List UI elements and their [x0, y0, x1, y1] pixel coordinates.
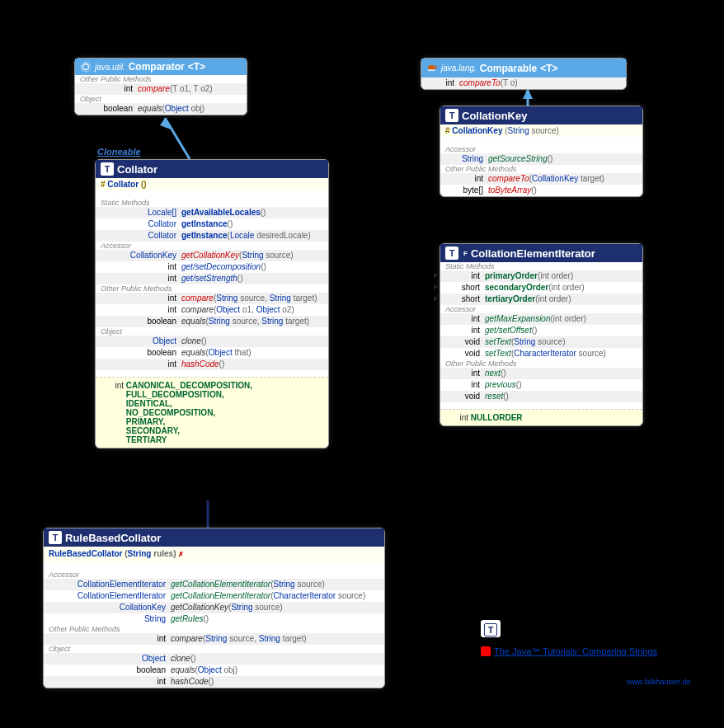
params: (int order) — [535, 294, 571, 305]
method-row: intcompare(String source, String target) — [44, 633, 384, 645]
comparator-name: Comparator — [129, 61, 185, 73]
section-label: Other Public Methods — [440, 359, 642, 368]
collator-name: Collator — [117, 163, 157, 176]
return-type: CollationElementIterator — [49, 590, 171, 602]
method-row: Locale[]getAvailableLocales() — [96, 207, 328, 218]
method-name: get/setOffset — [485, 325, 532, 336]
section-label: Accessor — [96, 242, 328, 250]
method-row: Objectclone() — [44, 653, 384, 665]
params: () — [261, 261, 266, 273]
method-name: compare — [138, 83, 170, 95]
method-name: equals — [138, 103, 162, 115]
params: (String source) — [511, 336, 566, 348]
svg-line-0 — [165, 118, 190, 159]
return-type: short — [445, 282, 485, 294]
method-row: intcompareTo(CollationKey target) — [440, 173, 642, 185]
box-comparator: java.util. Comparator <T> Other Public M… — [74, 58, 247, 115]
method-row: CollationElementIteratorgetCollationElem… — [44, 590, 384, 602]
params: (Object obj) — [162, 103, 205, 115]
method-name: getInstance — [181, 230, 228, 242]
method-name: getCollationKey — [171, 602, 228, 613]
method-name: compare — [171, 633, 203, 645]
return-type: int — [445, 173, 488, 185]
method-row: intnext() — [440, 368, 642, 379]
method-row: intcompare(String source, String target) — [96, 293, 328, 304]
return-type: boolean — [101, 347, 181, 359]
return-type: int — [101, 359, 181, 370]
return-type: int — [445, 379, 485, 391]
section-label: Accessor — [44, 571, 384, 579]
params: (CharacterIterator source) — [511, 348, 606, 359]
return-type: Collator — [101, 218, 181, 230]
final-mark: F — [434, 282, 438, 294]
final-mark: F — [434, 294, 438, 305]
return-type: short — [445, 294, 485, 305]
params: () — [503, 391, 509, 402]
return-type: void — [445, 348, 485, 359]
throws-icon: ✗ — [178, 549, 184, 561]
svg-point-5 — [83, 64, 89, 70]
method-row: inthashCode() — [96, 359, 328, 370]
box-rulebasedcollator: T RuleBasedCollator RuleBasedCollator (S… — [43, 528, 385, 688]
method-row: CollationKeygetCollationKey(String sourc… — [96, 250, 328, 261]
section-label: Object — [96, 327, 328, 336]
cei-name: CollationElementIterator — [471, 247, 595, 260]
final-badge: F — [463, 250, 468, 257]
return-type: int — [80, 83, 138, 95]
method-name: getSourceString — [488, 153, 548, 165]
return-type: Object — [49, 653, 171, 665]
method-name: get/setDecomposition — [181, 261, 261, 273]
comparator-pkg: java.util. — [95, 63, 125, 72]
params: () — [190, 653, 196, 665]
method-row: CollationKeygetCollationKey(String sourc… — [44, 602, 384, 613]
section-label: Accessor — [440, 305, 642, 313]
return-type: int — [445, 325, 485, 336]
final-mark: F — [434, 270, 438, 282]
method-row: intgetMaxExpansion(int order) — [440, 313, 642, 325]
method-name: compareTo — [459, 77, 501, 89]
ctor-name: RuleBasedCollator — [49, 548, 122, 560]
method-row: voidsetText(String source) — [440, 336, 642, 348]
section-label: Object — [44, 645, 384, 653]
section-label: Other Public Methods — [44, 625, 384, 633]
method-row: voidreset() — [440, 391, 642, 402]
params: () — [548, 153, 553, 165]
method-row: FshortsecondaryOrder(int order) — [440, 282, 642, 294]
oracle-icon — [481, 646, 491, 656]
tutorial-link[interactable]: The Java™ Tutorials: Comparing Strings — [481, 646, 657, 656]
return-type: boolean — [49, 665, 171, 676]
cloneable-label[interactable]: Cloneable — [97, 147, 141, 157]
return-type: int — [49, 633, 171, 645]
params: (String source, String target) — [205, 316, 309, 327]
site-link[interactable]: www.falkhausen.de — [627, 678, 691, 686]
return-type: int — [101, 293, 181, 304]
params: (Object that) — [205, 347, 251, 359]
params: (T o1, T o2) — [170, 83, 213, 95]
method-name: next — [485, 368, 501, 379]
section-label: Other Public Methods — [440, 165, 642, 173]
comparator-generic: <T> — [188, 61, 205, 73]
method-row: booleanequals(Object that) — [96, 347, 328, 359]
section-label: Static Methods — [96, 199, 328, 207]
svg-rect-8 — [428, 70, 435, 71]
params: (String source) — [228, 602, 283, 613]
box-collator: T Collator # Collator () Static Methods … — [95, 159, 329, 449]
return-type: String — [49, 613, 171, 625]
return-type: void — [445, 336, 485, 348]
params: (int order) — [548, 282, 584, 294]
method-name: toByteArray — [488, 185, 531, 196]
params: () — [516, 379, 522, 391]
svg-rect-7 — [429, 65, 435, 69]
method-row: FshorttertiaryOrder(int order) — [440, 294, 642, 305]
method-row: byte[]toByteArray() — [440, 185, 642, 196]
method-name: compare — [181, 304, 214, 316]
return-type: String — [445, 153, 488, 165]
return-type: int — [445, 270, 485, 282]
diagram-canvas: java.util. Comparator <T> Other Public M… — [0, 0, 724, 728]
params: () — [237, 273, 243, 284]
return-type: void — [445, 391, 485, 402]
params: (String source, String target) — [214, 293, 317, 304]
tutorial-text: The Java™ Tutorials: Comparing Strings — [494, 646, 657, 656]
t-icon: T — [49, 531, 62, 544]
method-name: getCollationElementIterator — [171, 590, 270, 602]
